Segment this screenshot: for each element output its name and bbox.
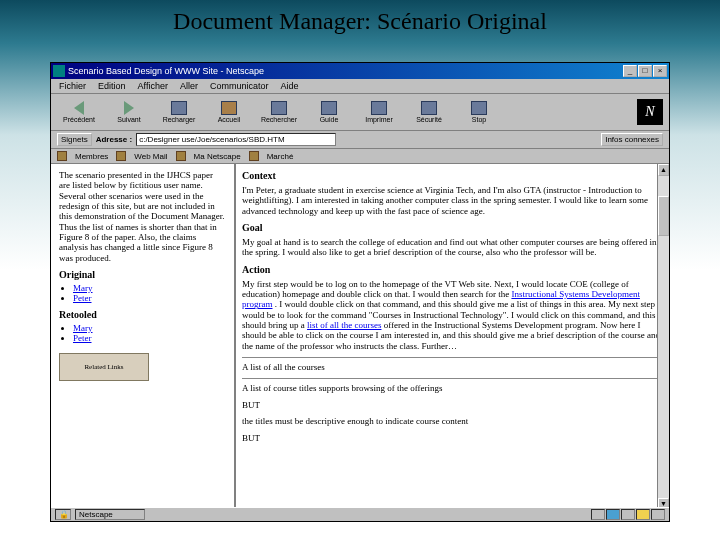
related-info-button[interactable]: Infos connexes: [601, 133, 663, 146]
quicklink-webmail[interactable]: Web Mail: [134, 152, 167, 161]
folder-icon: [116, 151, 126, 161]
list-item: Mary: [73, 283, 226, 293]
tray-icon[interactable]: [636, 509, 650, 520]
quicklink-market[interactable]: Marché: [267, 152, 294, 161]
tray-icon[interactable]: [606, 509, 620, 520]
slide-title: Document Manager: Scénario Original: [0, 0, 720, 35]
scroll-up-button[interactable]: ▲: [658, 164, 669, 176]
original-heading: Original: [59, 269, 226, 280]
list-item: Peter: [73, 293, 226, 303]
vertical-scrollbar[interactable]: ▲ ▼: [657, 164, 669, 510]
goal-text: My goal at hand is to search the college…: [242, 237, 663, 258]
reload-button[interactable]: Recharger: [155, 97, 203, 127]
context-text: I'm Peter, a graduate student in exercis…: [242, 185, 663, 216]
action-heading: Action: [242, 264, 663, 275]
guide-icon: [321, 101, 337, 115]
app-icon: [53, 65, 65, 77]
menu-file[interactable]: Fichier: [57, 80, 88, 92]
list-intro: A list of all the courses: [242, 362, 663, 372]
intro-text: The scenario presented in the IJHCS pape…: [59, 170, 226, 263]
menu-edit[interactable]: Edition: [96, 80, 128, 92]
titlebar: Scenario Based Design of WWW Site - Nets…: [51, 63, 669, 79]
quick-links-bar: Membres Web Mail Ma Netscape Marché: [51, 149, 669, 164]
bookmarks-button[interactable]: Signets: [57, 133, 92, 146]
explain-text: the titles must be descriptive enough to…: [242, 416, 663, 426]
forward-button[interactable]: Suivant: [105, 97, 153, 127]
search-button[interactable]: Rechercher: [255, 97, 303, 127]
close-button[interactable]: ×: [653, 65, 667, 77]
user-link-peter-retooled[interactable]: Peter: [73, 333, 92, 343]
home-button[interactable]: Accueil: [205, 97, 253, 127]
forward-icon: [124, 101, 134, 115]
list-item: Mary: [73, 323, 226, 333]
menubar: Fichier Edition Afficher Aller Communica…: [51, 79, 669, 94]
menu-communicator[interactable]: Communicator: [208, 80, 271, 92]
tray-icon[interactable]: [591, 509, 605, 520]
menu-help[interactable]: Aide: [278, 80, 300, 92]
statusbar: 🔒 Netscape: [51, 507, 669, 521]
right-pane: Context I'm Peter, a graduate student in…: [236, 164, 669, 510]
menu-view[interactable]: Afficher: [136, 80, 170, 92]
context-heading: Context: [242, 170, 663, 181]
status-text: Netscape: [75, 509, 145, 520]
left-pane: The scenario presented in the IJHCS pape…: [51, 164, 236, 510]
maximize-button[interactable]: □: [638, 65, 652, 77]
search-icon: [271, 101, 287, 115]
course-list-link[interactable]: list of all the courses: [307, 320, 381, 330]
home-icon: [221, 101, 237, 115]
retooled-heading: Retooled: [59, 309, 226, 320]
print-button[interactable]: Imprimer: [355, 97, 403, 127]
reload-icon: [171, 101, 187, 115]
tray-icon[interactable]: [621, 509, 635, 520]
minimize-button[interactable]: _: [623, 65, 637, 77]
status-icon: 🔒: [55, 509, 71, 520]
browser-window: Scenario Based Design of WWW Site - Nets…: [50, 62, 670, 522]
scroll-track[interactable]: [658, 176, 669, 498]
but-label: BUT: [242, 400, 663, 410]
folder-icon: [249, 151, 259, 161]
related-links-widget[interactable]: Related Links: [59, 353, 149, 381]
menu-go[interactable]: Aller: [178, 80, 200, 92]
content-area: The scenario presented in the IJHCS pape…: [51, 164, 669, 510]
print-icon: [371, 101, 387, 115]
lock-icon: [421, 101, 437, 115]
user-link-mary[interactable]: Mary: [73, 283, 93, 293]
but-label: BUT: [242, 433, 663, 443]
stop-icon: [471, 101, 487, 115]
security-button[interactable]: Sécurité: [405, 97, 453, 127]
list-item: Peter: [73, 333, 226, 343]
folder-icon: [57, 151, 67, 161]
claim-text: A list of course titles supports browsin…: [242, 383, 663, 393]
netscape-logo: N: [637, 99, 663, 125]
tray-icon[interactable]: [651, 509, 665, 520]
quicklink-mynetscape[interactable]: Ma Netscape: [194, 152, 241, 161]
action-text: My first step would be to log on to the …: [242, 279, 663, 351]
location-bar: Signets Adresse : Infos connexes: [51, 131, 669, 149]
toolbar: Précédent Suivant Recharger Accueil Rech…: [51, 94, 669, 131]
divider: [242, 357, 663, 358]
stop-button[interactable]: Stop: [455, 97, 503, 127]
user-link-mary-retooled[interactable]: Mary: [73, 323, 93, 333]
goal-heading: Goal: [242, 222, 663, 233]
window-title: Scenario Based Design of WWW Site - Nets…: [68, 66, 623, 76]
back-icon: [74, 101, 84, 115]
divider: [242, 378, 663, 379]
user-link-peter[interactable]: Peter: [73, 293, 92, 303]
scroll-thumb[interactable]: [658, 196, 669, 236]
address-label: Adresse :: [96, 135, 132, 144]
folder-icon: [176, 151, 186, 161]
back-button[interactable]: Précédent: [55, 97, 103, 127]
quicklink-members[interactable]: Membres: [75, 152, 108, 161]
guide-button[interactable]: Guide: [305, 97, 353, 127]
address-input[interactable]: [136, 133, 336, 146]
